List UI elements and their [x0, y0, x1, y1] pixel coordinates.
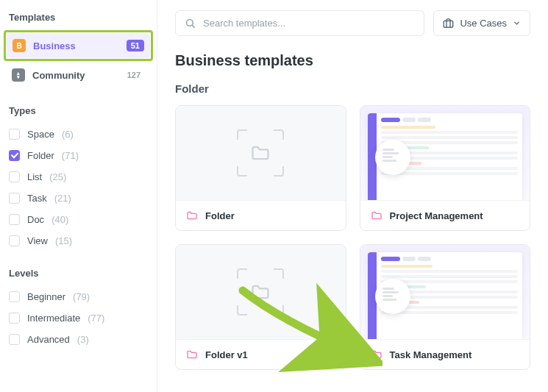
search-input[interactable]	[203, 18, 415, 29]
filter-advanced[interactable]: Advanced (3)	[6, 329, 151, 350]
card-footer: Folder v1	[176, 339, 346, 369]
highlight-annotation: B Business 51	[4, 30, 153, 61]
sidebar-item-label: Business	[33, 40, 119, 51]
topbar: Use Cases	[175, 10, 530, 36]
filter-count: (40)	[51, 214, 68, 225]
template-card-folder[interactable]: Folder	[175, 105, 346, 231]
card-preview	[176, 106, 346, 200]
card-name: Project Management	[390, 210, 483, 221]
folder-outline-icon	[250, 143, 271, 163]
filter-folder[interactable]: Folder (71)	[6, 145, 151, 166]
svg-rect-2	[444, 21, 454, 27]
checkbox-icon[interactable]	[9, 214, 20, 225]
filter-count: (21)	[54, 193, 71, 204]
search-input-wrapper[interactable]	[175, 10, 424, 36]
filter-label: Space	[27, 129, 54, 140]
use-cases-label: Use Cases	[460, 18, 507, 29]
checkbox-icon[interactable]	[9, 193, 20, 204]
checkbox-icon[interactable]	[9, 334, 20, 345]
levels-section-title: Levels	[6, 262, 151, 286]
filter-count: (79)	[73, 291, 90, 302]
main-content: Use Cases Business templates Folder Fold…	[157, 0, 548, 392]
checkbox-icon[interactable]	[9, 150, 20, 161]
placeholder-frame-icon	[237, 129, 284, 177]
filter-space[interactable]: Space (6)	[6, 124, 151, 145]
checkbox-icon[interactable]	[9, 291, 20, 302]
filter-label: Task	[27, 193, 47, 204]
filter-count: (77)	[88, 313, 104, 324]
section-label: Folder	[175, 82, 530, 95]
filter-label: Intermediate	[27, 313, 80, 324]
folder-icon	[371, 210, 382, 221]
template-card-folder-v1[interactable]: Folder v1	[175, 244, 346, 370]
filter-beginner[interactable]: Beginner (79)	[6, 286, 151, 307]
folder-icon	[186, 349, 198, 360]
filter-intermediate[interactable]: Intermediate (77)	[6, 307, 151, 329]
card-preview	[360, 245, 530, 339]
filter-count: (6)	[62, 129, 74, 140]
business-icon: B	[13, 39, 26, 52]
mini-screenshot	[368, 252, 523, 339]
svg-line-1	[192, 25, 194, 27]
template-card-project-management[interactable]: Project Management	[360, 105, 531, 231]
filter-view[interactable]: View (15)	[6, 230, 151, 252]
template-cards-grid: Folder	[175, 105, 530, 370]
filter-task[interactable]: Task (21)	[6, 188, 151, 209]
card-preview	[360, 106, 530, 200]
sidebar-item-community[interactable]: ▴▾ Community 127	[6, 63, 151, 88]
card-name: Folder	[205, 210, 235, 221]
folder-icon	[186, 210, 198, 221]
sidebar-item-business[interactable]: B Business 51	[7, 33, 150, 58]
card-footer: Folder	[176, 200, 346, 230]
sidebar-item-count: 127	[123, 69, 145, 81]
card-name: Task Management	[390, 349, 472, 360]
filter-count: (71)	[62, 150, 79, 161]
card-footer: Task Management	[360, 339, 530, 369]
folder-icon	[371, 349, 382, 360]
checkbox-icon[interactable]	[9, 129, 20, 140]
sidebar-item-label: Community	[32, 70, 115, 81]
filter-label: Doc	[27, 214, 44, 225]
chevron-down-icon	[513, 19, 521, 27]
filter-list[interactable]: List (25)	[6, 166, 151, 188]
placeholder-frame-icon	[237, 268, 284, 316]
sidebar: Templates B Business 51 ▴▾ Community 127…	[0, 0, 157, 392]
use-cases-button[interactable]: Use Cases	[433, 10, 530, 36]
filter-count: (15)	[55, 235, 72, 246]
card-name: Folder v1	[205, 349, 248, 360]
filter-label: Folder	[27, 150, 54, 161]
filter-label: Beginner	[27, 291, 65, 302]
templates-section-title: Templates	[6, 6, 151, 30]
page-title: Business templates	[175, 52, 530, 69]
checkbox-icon[interactable]	[9, 171, 20, 182]
search-icon	[185, 18, 196, 29]
sidebar-item-count: 51	[127, 40, 144, 51]
filter-label: List	[27, 171, 42, 182]
briefcase-icon	[443, 18, 454, 29]
types-section-title: Types	[6, 99, 151, 124]
checkbox-icon[interactable]	[9, 313, 20, 324]
mini-screenshot	[368, 113, 523, 200]
filter-label: Advanced	[27, 334, 70, 345]
filter-count: (25)	[49, 171, 66, 182]
card-preview	[176, 245, 346, 339]
card-footer: Project Management	[360, 200, 530, 230]
filter-count: (3)	[77, 334, 89, 345]
filter-doc[interactable]: Doc (40)	[6, 209, 151, 230]
sort-icon: ▴▾	[12, 68, 25, 82]
checkbox-icon[interactable]	[9, 235, 20, 246]
folder-outline-icon	[250, 282, 271, 302]
template-card-task-management[interactable]: Task Management	[360, 244, 531, 370]
filter-label: View	[27, 235, 48, 246]
